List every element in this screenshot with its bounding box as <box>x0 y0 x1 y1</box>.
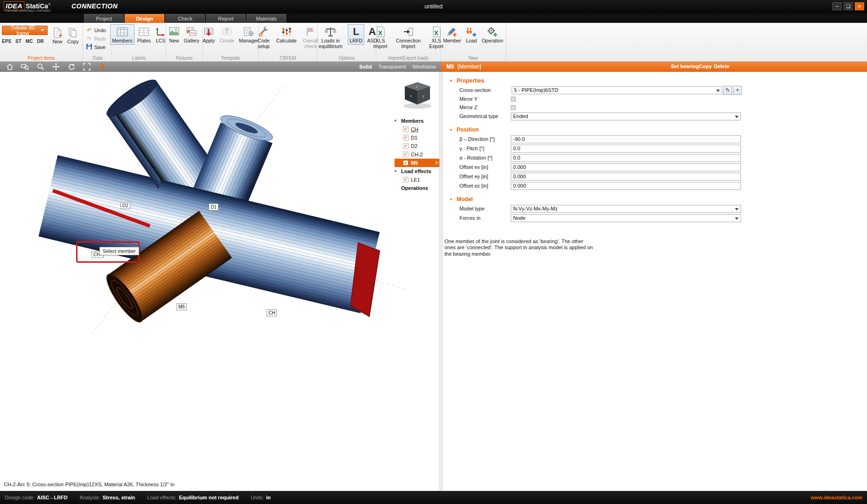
offset-ez-input[interactable]: 0.000 <box>511 182 741 190</box>
checkbox-ch[interactable]: ✓ <box>403 126 409 132</box>
save-button[interactable]: Save <box>86 43 109 51</box>
edit-cross-section-button[interactable]: ✎ <box>723 86 732 95</box>
lrfd-button[interactable]: L LRFD <box>348 24 364 45</box>
render-mode-solid[interactable]: Solid <box>359 64 372 70</box>
gamma-pitch-input[interactable]: 0.0 <box>511 145 741 153</box>
refresh-icon[interactable] <box>67 63 75 70</box>
redo-button[interactable]: ↷Redo <box>86 35 109 42</box>
undo-button[interactable]: ↶Undo <box>86 27 109 34</box>
member-label-d1[interactable]: D1 <box>209 203 219 210</box>
geometrical-type-dropdown[interactable]: Ended <box>511 112 741 120</box>
load-effects-value: Equilibrium not required <box>179 495 239 500</box>
tab-report[interactable]: Report <box>206 14 246 23</box>
template-apply-button[interactable]: Apply <box>201 24 217 45</box>
tree-item-ch[interactable]: ✓ CH <box>395 125 440 133</box>
section-position[interactable]: ▼Position <box>443 126 867 134</box>
alpha-rotation-input[interactable]: 0.0 <box>511 154 741 162</box>
section-model[interactable]: ▼Model <box>443 195 867 204</box>
checkbox-ch2[interactable]: ✓ <box>403 152 409 157</box>
new-member-button[interactable]: Member <box>441 24 463 45</box>
offset-ey-input[interactable]: 0.000 <box>511 173 741 181</box>
tree-header-operations[interactable]: Operations <box>395 184 440 192</box>
zoom-icon[interactable] <box>36 63 44 70</box>
checkbox-m5[interactable]: ✓ <box>403 160 409 166</box>
tree-item-le1[interactable]: ✓ LE1 <box>395 175 440 184</box>
copy-member-button[interactable]: Copy <box>699 63 712 69</box>
template-create-button[interactable]: Create <box>218 24 236 45</box>
delete-member-button[interactable]: Delete <box>714 63 729 69</box>
tree-item-d1[interactable]: ✓ D1 <box>395 133 440 142</box>
tree-item-ch2[interactable]: ✓ CH-2 <box>395 150 440 159</box>
checkbox-d2[interactable]: ✓ <box>403 143 409 149</box>
new-document-icon <box>52 27 63 39</box>
member-label-d2[interactable]: D2 <box>120 202 130 209</box>
beta-direction-input[interactable]: -90.0 <box>511 135 741 143</box>
loads-in-equilibrium-button[interactable]: Loads in equilibrium <box>314 24 347 50</box>
labels-lcs-button[interactable]: LCS <box>154 24 168 45</box>
set-bearing-button[interactable]: Set bearing <box>671 63 699 69</box>
panel-splitter[interactable] <box>439 72 443 491</box>
picture-new-button[interactable]: New <box>167 24 181 45</box>
mirror-z-checkbox[interactable] <box>511 105 516 110</box>
member-label-m5[interactable]: M5 <box>176 303 187 310</box>
zoom-window-icon[interactable] <box>21 63 29 70</box>
units-value: in <box>266 495 271 500</box>
paint-view-icon[interactable] <box>98 63 106 70</box>
ribbon-group-data: ↶Undo ↷Redo Save Data <box>83 23 112 62</box>
tree-item-m5[interactable]: ✓ M5 <box>395 159 440 167</box>
picture-gallery-button[interactable]: Gallery <box>182 24 201 45</box>
model-type-dropdown[interactable]: N-Vy-Vz-Mx-My-Mz <box>511 205 741 213</box>
new-load-button[interactable]: Load <box>464 24 479 45</box>
group-label-new: New <box>441 56 506 61</box>
home-view-icon[interactable] <box>6 63 14 70</box>
viewport-3d[interactable]: D2 D1 CH- M5 CH Select member CH-2-Arc 5… <box>0 72 439 491</box>
ribbon-group-pictures: New Gallery Pictures <box>166 23 203 62</box>
members-grid-icon <box>117 26 128 38</box>
render-mode-transparent[interactable]: Transparent <box>378 64 406 70</box>
project-type-dropdown[interactable]: Tubular 3D frame <box>2 26 48 35</box>
eps-button[interactable]: EPS <box>2 39 11 44</box>
tree-header-members[interactable]: ▴Members <box>395 117 440 125</box>
checkbox-d1[interactable]: ✓ <box>403 135 409 140</box>
forces-in-label: Forces in <box>459 215 511 221</box>
fit-view-icon[interactable] <box>83 63 91 70</box>
member-label-ch[interactable]: CH <box>267 309 277 316</box>
st-button[interactable]: ST <box>15 39 21 44</box>
calculate-button[interactable]: Calculate <box>275 24 299 45</box>
new-operation-button[interactable]: Operation <box>480 24 505 45</box>
forces-in-dropdown[interactable]: Node <box>511 214 741 222</box>
collapse-triangle-icon: ▼ <box>449 79 453 83</box>
mc-button[interactable]: MC <box>26 39 33 44</box>
tab-design[interactable]: Design <box>125 14 164 23</box>
code-setup-button[interactable]: Code setup <box>254 24 274 50</box>
section-properties[interactable]: ▼Properties <box>443 77 867 85</box>
chevron-down-icon <box>716 90 720 92</box>
group-label-cbfem: CBFEM <box>259 56 317 61</box>
copy-project-item-button[interactable]: Copy <box>65 25 81 46</box>
design-code-value: AISC - LRFD <box>37 495 67 500</box>
render-mode-wireframe[interactable]: Wireframe <box>412 64 436 70</box>
website-link[interactable]: www.ideastatica.com <box>811 495 862 500</box>
cross-section-dropdown[interactable]: 5 - PIPE(Imp)6STD <box>512 86 722 94</box>
svg-text:y: y <box>423 94 424 98</box>
labels-plates-button[interactable]: Plates <box>135 24 153 45</box>
mirror-y-checkbox[interactable] <box>511 97 516 102</box>
tab-project[interactable]: Project <box>84 14 124 23</box>
navigation-cube[interactable]: z x y <box>399 79 436 110</box>
xls-import-button[interactable]: XLS Import <box>371 24 390 50</box>
tab-materials[interactable]: Materials <box>247 14 286 23</box>
connection-import-button[interactable]: Connection Import <box>391 24 426 50</box>
tree-header-load-effects[interactable]: ▴Load effects <box>395 167 440 175</box>
add-cross-section-button[interactable]: + <box>733 86 742 95</box>
maximize-button[interactable]: ❏ <box>844 2 853 10</box>
tree-item-d2[interactable]: ✓ D2 <box>395 142 440 150</box>
pan-icon[interactable] <box>52 63 60 70</box>
checkbox-le1[interactable]: ✓ <box>403 177 409 182</box>
new-project-item-button[interactable]: New <box>50 25 64 46</box>
tab-check[interactable]: Check <box>165 14 205 23</box>
close-button[interactable]: ✕ <box>855 2 864 10</box>
offset-ex-input[interactable]: 0.000 <box>511 163 741 171</box>
labels-members-button[interactable]: Members <box>110 24 134 45</box>
minimize-button[interactable]: ─ <box>832 2 842 10</box>
dr-button[interactable]: DR <box>37 39 43 44</box>
